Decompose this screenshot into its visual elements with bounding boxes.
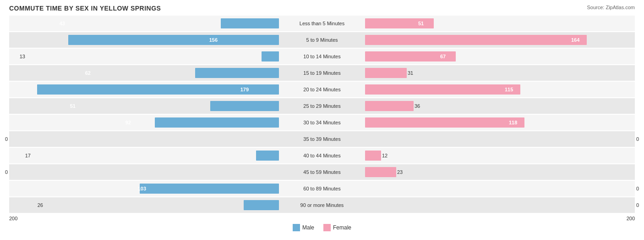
value-male: 103 [138,186,146,191]
right-section: 36 [363,98,635,114]
value-female: 51 [418,21,424,26]
value-female: 23 [397,169,403,175]
value-female: 0 [636,186,639,191]
left-section: 0 [9,164,281,180]
bar-label: 60 to 89 Minutes [281,186,363,191]
left-section: 51 [9,98,281,114]
table-row: 035 to 39 Minutes0 [9,131,635,147]
right-section: 23 [363,164,635,180]
value-female: 118 [509,120,517,125]
value-male: 17 [25,153,31,158]
bar-female [365,151,381,161]
value-male: 92 [126,120,131,125]
value-female: 12 [382,153,387,158]
value-male: 62 [85,70,91,76]
value-male: 13 [20,54,25,59]
value-female: 36 [415,103,420,109]
value-male: 156 [209,37,218,43]
value-female: 164 [571,37,579,43]
value-female: 0 [636,136,639,142]
bar-male [256,151,279,161]
value-male: 43 [60,21,65,26]
bar-female [365,167,396,177]
table-row: 045 to 59 Minutes23 [9,164,635,180]
value-female: 115 [505,87,513,92]
bar-label: 35 to 39 Minutes [281,136,363,142]
bar-female [365,68,407,78]
table-row: 10360 to 89 Minutes0 [9,181,635,196]
table-row: 43Less than 5 Minutes51 [9,16,635,31]
legend-female-box [323,224,331,231]
right-section: 115 [363,82,635,97]
left-section: 26 [9,197,281,213]
bar-male [221,18,279,28]
bar-label: 45 to 59 Minutes [281,169,363,175]
table-row: 6215 to 19 Minutes31 [9,65,635,81]
value-male: 0 [5,169,8,175]
right-section: 0 [363,181,635,196]
bar-label: Less than 5 Minutes [281,21,363,26]
left-section: 13 [9,49,281,64]
table-row: 1310 to 14 Minutes67 [9,49,635,64]
bar-label: 20 to 24 Minutes [281,87,363,92]
left-section: 62 [9,65,281,81]
source-label: Source: ZipAtlas.com [587,5,635,10]
value-female: 67 [440,54,446,59]
bar-label: 30 to 34 Minutes [281,120,363,125]
legend-female: Female [323,224,351,231]
value-male: 179 [240,87,249,92]
right-section: 12 [363,148,635,163]
axis-labels: 200 200 [9,216,635,221]
left-section: 156 [9,32,281,48]
right-section: 67 [363,49,635,64]
legend-male-label: Male [302,224,314,231]
table-row: 9230 to 34 Minutes118 [9,115,635,130]
legend-female-label: Female [333,224,351,231]
bar-male [140,184,279,194]
bar-female [365,84,520,95]
chart-container: COMMUTE TIME BY SEX IN YELLOW SPRINGS So… [0,0,644,240]
bar-male [262,51,279,61]
right-section: 31 [363,65,635,81]
right-section: 0 [363,131,635,147]
value-male: 26 [38,202,43,208]
bar-male [244,200,279,210]
left-section: 103 [9,181,281,196]
left-section: 92 [9,115,281,130]
left-section: 17 [9,148,281,163]
bar-female [365,35,587,45]
right-section: 0 [363,197,635,213]
value-male: 51 [70,103,76,109]
legend-male: Male [293,224,314,231]
bar-label: 90 or more Minutes [281,202,363,208]
left-section: 179 [9,82,281,97]
right-section: 118 [363,115,635,130]
chart-title: COMMUTE TIME BY SEX IN YELLOW SPRINGS [9,5,635,12]
chart-inner: 43Less than 5 Minutes511565 to 9 Minutes… [9,16,635,214]
axis-left: 200 [9,216,17,221]
axis-right: 200 [627,216,635,221]
table-row: 1565 to 9 Minutes164 [9,32,635,48]
table-row: 5125 to 29 Minutes36 [9,98,635,114]
value-male: 0 [5,136,8,142]
table-row: 2690 or more Minutes0 [9,197,635,213]
bar-label: 10 to 14 Minutes [281,54,363,59]
value-female: 31 [408,70,413,76]
bar-male [155,117,279,128]
legend: Male Female [9,224,635,231]
value-female: 0 [636,202,639,208]
legend-male-box [293,224,300,231]
left-section: 0 [9,131,281,147]
bar-male [210,101,279,111]
table-row: 1740 to 44 Minutes12 [9,148,635,163]
bar-label: 25 to 29 Minutes [281,103,363,109]
right-section: 51 [363,16,635,31]
left-section: 43 [9,16,281,31]
bar-label: 5 to 9 Minutes [281,37,363,43]
bar-label: 15 to 19 Minutes [281,70,363,76]
right-section: 164 [363,32,635,48]
bar-male [68,35,279,45]
bar-female [365,101,414,111]
bar-label: 40 to 44 Minutes [281,153,363,158]
bar-male [195,68,279,78]
